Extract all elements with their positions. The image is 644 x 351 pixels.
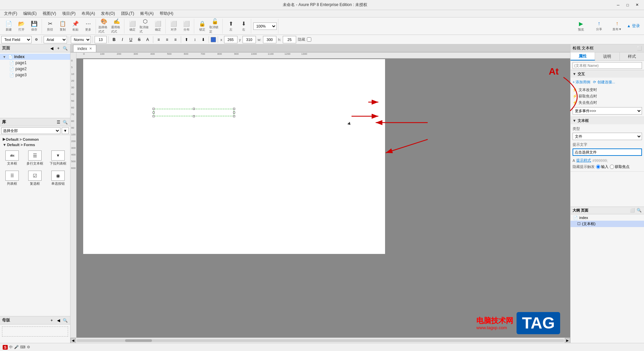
widget-textfield[interactable]: abc 文本框 — [1, 149, 23, 168]
group-forms[interactable]: ▼ Default > Forms — [1, 142, 69, 147]
lock-btn[interactable]: 🔒 锁定 — [196, 20, 208, 33]
font-size-input[interactable] — [95, 36, 107, 43]
library-options-btn[interactable]: ▼ — [62, 127, 69, 134]
group-btn[interactable]: ⬡ 取消做式 — [139, 20, 151, 33]
radio-input[interactable]: 输入 — [596, 164, 608, 169]
widget-type-select[interactable]: Text Field — [1, 36, 32, 43]
tab-style[interactable]: 样式 — [620, 52, 644, 60]
hint-input[interactable] — [573, 148, 642, 156]
underline-btn[interactable]: U — [127, 36, 135, 43]
menu-file[interactable]: 文件(F) — [1, 10, 20, 17]
forward-btn[interactable]: ⬆ 左 — [225, 20, 237, 33]
menu-view[interactable]: 视图(V) — [40, 10, 59, 17]
valign-mid-btn[interactable]: ↕ — [191, 36, 199, 43]
hidden-checkbox[interactable] — [307, 37, 311, 42]
window-controls[interactable]: ─ □ ✕ — [614, 2, 641, 8]
hint-style-link[interactable]: 提示样式 — [576, 158, 591, 163]
layers-search-btn[interactable]: 🔍 — [636, 207, 642, 213]
event-focus[interactable]: ⚡ 获取焦点时 — [573, 93, 642, 99]
type-select[interactable]: 文件 文本 密码 邮箱 电话 数字 搜索 — [573, 133, 642, 140]
menu-layout[interactable]: 布局(A) — [79, 10, 98, 17]
minimize-button[interactable]: ─ — [614, 2, 623, 8]
radio-input-cb[interactable] — [596, 165, 600, 169]
copy-btn[interactable]: 📋 复制 — [57, 20, 69, 33]
widget-radio[interactable]: ◉ 单选按钮 — [47, 169, 69, 188]
widget-listbox[interactable]: ☰ 列表框 — [1, 169, 23, 188]
scroll-left-btn[interactable]: ◀ — [70, 338, 76, 343]
masters-search-btn[interactable]: 🔍 — [62, 317, 68, 323]
align2-btn[interactable]: ⬜ 对齐 — [168, 20, 180, 33]
add-master-area[interactable] — [2, 326, 68, 337]
align-left-btn[interactable]: ≡ — [155, 36, 162, 43]
open-btn[interactable]: 📂 打开 — [15, 20, 28, 33]
layers-expand-btn[interactable]: ⬜ — [629, 207, 635, 213]
font-select[interactable]: Arial — [44, 36, 67, 43]
widget-dropdown[interactable]: ▼ 下拉列表框 — [47, 149, 69, 168]
scroll-right-btn[interactable]: ▶ — [565, 338, 570, 343]
bold-btn[interactable]: B — [110, 36, 118, 43]
layer-textfield[interactable]: ☐ (文本框) — [571, 221, 644, 227]
style-select[interactable]: Normal — [71, 36, 91, 43]
textbox-header[interactable]: ▼ 文本框 — [571, 117, 644, 124]
masters-add-btn[interactable]: + — [49, 317, 55, 323]
library-select[interactable]: 选择全部 — [1, 127, 60, 134]
canvas-workspace[interactable]: 0 100 200 300 400 500 600 700 800 900 10… — [76, 52, 570, 338]
unlock-btn[interactable]: 🔓 取消锁定 — [209, 20, 221, 33]
align-center-btn[interactable]: ≡ — [163, 36, 171, 43]
more-events-select[interactable]: 更多事件>>> — [573, 107, 642, 115]
font-color-btn[interactable]: A — [144, 36, 151, 43]
close-button[interactable]: ✕ — [633, 2, 641, 8]
more-btn[interactable]: ⋯ 更多 — [82, 20, 94, 33]
scroll-thumb-h[interactable] — [125, 339, 152, 342]
save-btn[interactable]: 💾 保存 — [28, 20, 40, 33]
handle-tm[interactable] — [193, 108, 195, 110]
panel-expand-btn[interactable]: ⬜ — [637, 46, 642, 51]
radio-focus-cb[interactable] — [610, 165, 614, 169]
layer-index[interactable]: 📄 index — [571, 215, 644, 221]
handle-tl[interactable] — [153, 108, 155, 110]
tab-properties[interactable]: 属性 — [571, 52, 595, 60]
dist-btn[interactable]: ⬜ 分布 — [180, 20, 193, 33]
paste-btn[interactable]: 📌 粘贴 — [69, 20, 82, 33]
x-input[interactable] — [224, 36, 237, 43]
new-btn[interactable]: 📄 新建 — [3, 20, 15, 33]
pages-search-btn[interactable]: 🔍 — [62, 45, 68, 51]
handle-br[interactable] — [233, 115, 235, 117]
interaction-header[interactable]: ▼ 交互 — [571, 70, 644, 78]
fill-color-btn[interactable] — [211, 37, 216, 42]
align-right-btn[interactable]: ≡ — [172, 36, 179, 43]
preview-btn[interactable]: ▶ 预览 — [573, 20, 589, 33]
h-input[interactable] — [283, 36, 296, 43]
create-link-link[interactable]: ⟳ 创建连接... — [593, 80, 615, 85]
add-case-link[interactable]: + 添加用例 — [573, 80, 590, 85]
radio-focus[interactable]: 获取焦点 — [610, 164, 630, 169]
handle-tr[interactable] — [233, 108, 235, 110]
menu-team[interactable]: 团队(T) — [118, 10, 137, 17]
canvas-tab-index[interactable]: index ✕ — [73, 45, 96, 52]
lib-search-btn[interactable]: 🔍 — [62, 119, 68, 125]
menu-project[interactable]: 项目(P) — [59, 10, 78, 17]
group-common[interactable]: ▶ Default > Common — [1, 136, 69, 142]
handle-bl[interactable] — [153, 115, 155, 117]
y-input[interactable] — [243, 36, 256, 43]
select-style-btn[interactable]: 🎨 选择格式式 — [98, 20, 110, 33]
widget-settings-btn[interactable]: ⚙ — [33, 36, 40, 43]
widget-checkbox[interactable]: ☑ 复选框 — [24, 169, 46, 188]
cut-btn[interactable]: ✂ 剪切 — [44, 20, 56, 33]
align-btn[interactable]: ⬜ 确定 — [152, 20, 164, 33]
maximize-button[interactable]: □ — [623, 2, 632, 8]
handle-ml[interactable] — [153, 112, 155, 114]
valign-bot-btn[interactable]: ⬇ — [200, 36, 207, 43]
widget-name-input[interactable] — [573, 62, 642, 69]
menu-publish[interactable]: 发布(O) — [98, 10, 117, 17]
page-item-page3[interactable]: 📄 page3 — [0, 72, 70, 78]
menu-account[interactable]: 账号(A) — [138, 10, 156, 17]
component-btn[interactable]: ⬜ 确定 — [126, 20, 139, 33]
handle-mr[interactable] — [233, 112, 235, 114]
backward-btn[interactable]: ⬇ 右 — [237, 20, 250, 33]
h-scrollbar[interactable]: ◀ ▶ — [70, 338, 570, 343]
italic-btn[interactable]: I — [119, 36, 126, 43]
canvas-element-textfield[interactable] — [154, 109, 234, 116]
page-item-page1[interactable]: 📄 page1 — [0, 60, 70, 66]
apply-style-btn[interactable]: ✍ 通用格式式 — [111, 20, 123, 33]
